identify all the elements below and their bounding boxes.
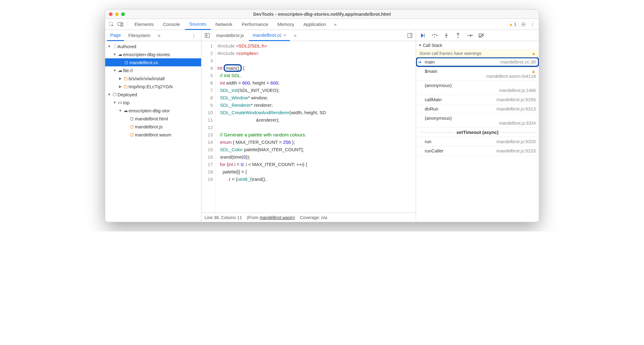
warnings-badge[interactable]: ▲1 bbox=[507, 21, 518, 27]
warning-icon: ▲ bbox=[531, 51, 536, 56]
svg-point-15 bbox=[472, 35, 473, 36]
cloud-icon: ☁ bbox=[122, 108, 129, 113]
nav-tab-filesystem[interactable]: Filesystem bbox=[125, 30, 154, 41]
tab-memory[interactable]: Memory bbox=[273, 19, 299, 30]
tab-performance[interactable]: Performance bbox=[237, 19, 273, 30]
device-toolbar-icon[interactable] bbox=[116, 20, 125, 29]
step-icon[interactable] bbox=[466, 32, 473, 39]
titlebar: DevTools - emscripten-dbg-stories.netlif… bbox=[105, 10, 539, 19]
current-frame-icon: ➔ bbox=[418, 60, 422, 64]
highlight-main: main() bbox=[224, 64, 242, 72]
editor-tab-js[interactable]: mandelbrot.js bbox=[213, 30, 248, 41]
tree-top[interactable]: ▼▭top bbox=[105, 98, 201, 106]
file-tree: ▼〈〉Authored ▼☁emscripten-dbg-stories 🗋ma… bbox=[105, 41, 201, 222]
inspect-icon[interactable] bbox=[107, 20, 116, 29]
tab-network[interactable]: Network bbox=[211, 19, 237, 30]
step-out-icon[interactable] bbox=[454, 32, 462, 39]
svg-point-9 bbox=[434, 36, 435, 37]
stack-frame[interactable]: runmandelbrot.js:9320 bbox=[416, 137, 539, 146]
callstack-warning: Some call frames have warnings▲ bbox=[416, 50, 539, 57]
tree-file-wasm[interactable]: 🗋mandelbrot.wasm bbox=[105, 131, 201, 139]
step-over-icon[interactable] bbox=[431, 32, 438, 39]
stack-frame[interactable]: (anonymous)mandelbrot.js:9324 bbox=[416, 114, 539, 128]
tree-domain-authored[interactable]: ▼☁emscripten-dbg-stories bbox=[105, 50, 201, 58]
file-icon: 🗋 bbox=[129, 124, 135, 129]
stack-frame[interactable]: ➔mainmandelbrot.cc:38 bbox=[416, 57, 539, 67]
toggle-debugger-icon[interactable] bbox=[406, 31, 414, 39]
editor-tabs: mandelbrot.js mandelbrot.cc× » bbox=[201, 30, 416, 41]
panel-body: Page Filesystem » ⋮ ▼〈〉Authored ▼☁emscri… bbox=[105, 30, 539, 222]
more-tabs-icon[interactable]: » bbox=[331, 20, 340, 29]
async-divider: setTimeout (async) bbox=[416, 128, 539, 137]
cube-icon: ⬡ bbox=[111, 92, 118, 97]
tab-application[interactable]: Application bbox=[299, 19, 330, 30]
tree-file-html[interactable]: 🗋mandelbrot.html bbox=[105, 114, 201, 123]
minimize-window-button[interactable] bbox=[115, 12, 119, 16]
resume-icon[interactable] bbox=[419, 32, 427, 39]
tree-deployed[interactable]: ▼⬡Deployed bbox=[105, 90, 201, 98]
traffic-lights bbox=[109, 12, 125, 16]
code-area[interactable]: 12345678910111213141516171819 #include <… bbox=[201, 41, 416, 213]
deactivate-breakpoints-icon[interactable] bbox=[478, 32, 485, 39]
file-icon: 🗋 bbox=[123, 60, 129, 65]
editor-statusbar: Line 38, Column 11 (From mandelbrot.wasm… bbox=[201, 213, 416, 222]
tree-file-scheme[interactable]: ▼☁file:// bbox=[105, 66, 201, 74]
debugger-panel: ▼Call Stack Some call frames have warnin… bbox=[416, 30, 539, 222]
tab-elements[interactable]: Elements bbox=[130, 19, 158, 30]
tree-authored[interactable]: ▼〈〉Authored bbox=[105, 42, 201, 50]
warning-icon: ▲ bbox=[531, 69, 536, 74]
file-icon: 🗋 bbox=[129, 116, 135, 121]
callstack-list: ➔mainmandelbrot.cc:38 $main▲mandelbrot.w… bbox=[416, 57, 539, 222]
tab-console[interactable]: Console bbox=[159, 19, 184, 30]
navigator-panel: Page Filesystem » ⋮ ▼〈〉Authored ▼☁emscri… bbox=[105, 30, 201, 222]
svg-rect-4 bbox=[205, 33, 209, 38]
devtools-window: DevTools - emscripten-dbg-stories.netlif… bbox=[105, 9, 539, 222]
nav-kebab-icon[interactable]: ⋮ bbox=[188, 30, 199, 41]
cursor-position: Line 38, Column 11 bbox=[204, 215, 242, 220]
debugger-toolbar bbox=[416, 30, 539, 41]
file-icon: 🗋 bbox=[129, 132, 135, 137]
tab-sources[interactable]: Sources bbox=[185, 19, 211, 30]
folder-icon: 🗀 bbox=[122, 76, 129, 81]
zoom-window-button[interactable] bbox=[121, 12, 125, 16]
cloud-icon: ☁ bbox=[117, 68, 123, 73]
svg-point-11 bbox=[446, 37, 447, 38]
frame-icon: ▭ bbox=[117, 100, 123, 105]
nav-tab-page[interactable]: Page bbox=[107, 30, 124, 41]
folder-icon: 🗀 bbox=[122, 84, 129, 89]
navigator-tabs: Page Filesystem » ⋮ bbox=[105, 30, 201, 41]
stack-frame[interactable]: (anonymous)mandelbrot.js:1488 bbox=[416, 81, 539, 95]
stack-frame[interactable]: runCallermandelbrot.js:9233 bbox=[416, 146, 539, 156]
main-toolbar: Elements Console Sources Network Perform… bbox=[105, 19, 539, 30]
stack-frame[interactable]: doRunmandelbrot.js:9313 bbox=[416, 104, 539, 114]
svg-rect-8 bbox=[424, 34, 425, 37]
warning-icon: ▲ bbox=[509, 22, 513, 27]
separator bbox=[127, 21, 128, 27]
svg-point-3 bbox=[523, 23, 524, 25]
tree-folder-tmp[interactable]: ▶🗀tmp/tmp.ELcTq2YGN bbox=[105, 82, 201, 90]
more-editor-tabs-icon[interactable]: » bbox=[291, 31, 299, 39]
sourcemap-origin: (From mandelbrot.wasm) bbox=[247, 215, 295, 220]
code-text[interactable]: #include <SDL2/SDL.h> #include <complex>… bbox=[216, 41, 416, 213]
tree-domain-deployed[interactable]: ▼☁emscripten-dbg-stor bbox=[105, 106, 201, 114]
callstack-header[interactable]: ▼Call Stack bbox=[416, 41, 539, 50]
stack-frame[interactable]: $main▲mandelbrot.wasm:0x4118 bbox=[416, 67, 539, 81]
toggle-navigator-icon[interactable] bbox=[203, 31, 211, 39]
stack-frame[interactable]: callMainmandelbrot.js:9256 bbox=[416, 95, 539, 104]
close-tab-icon[interactable]: × bbox=[283, 32, 286, 38]
step-into-icon[interactable] bbox=[443, 32, 450, 39]
kebab-menu-icon[interactable]: ⋮ bbox=[528, 20, 537, 29]
cloud-icon: ☁ bbox=[117, 52, 123, 57]
svg-rect-6 bbox=[408, 33, 412, 38]
tree-file-mandelbrot-cc[interactable]: 🗋mandelbrot.cc bbox=[105, 58, 201, 66]
close-window-button[interactable] bbox=[109, 12, 113, 16]
tree-file-js[interactable]: 🗋mandelbrot.js bbox=[105, 123, 201, 131]
editor-panel: mandelbrot.js mandelbrot.cc× » 123456789… bbox=[201, 30, 416, 222]
tree-folder-install[interactable]: ▶🗀b/s/w/ir/x/w/install bbox=[105, 74, 201, 82]
settings-icon[interactable] bbox=[519, 20, 528, 29]
line-gutter: 12345678910111213141516171819 bbox=[201, 41, 216, 213]
svg-point-13 bbox=[457, 37, 458, 38]
coverage-info: Coverage: n/a bbox=[300, 215, 327, 220]
nav-more-icon[interactable]: » bbox=[155, 30, 163, 41]
editor-tab-cc[interactable]: mandelbrot.cc× bbox=[249, 30, 290, 41]
